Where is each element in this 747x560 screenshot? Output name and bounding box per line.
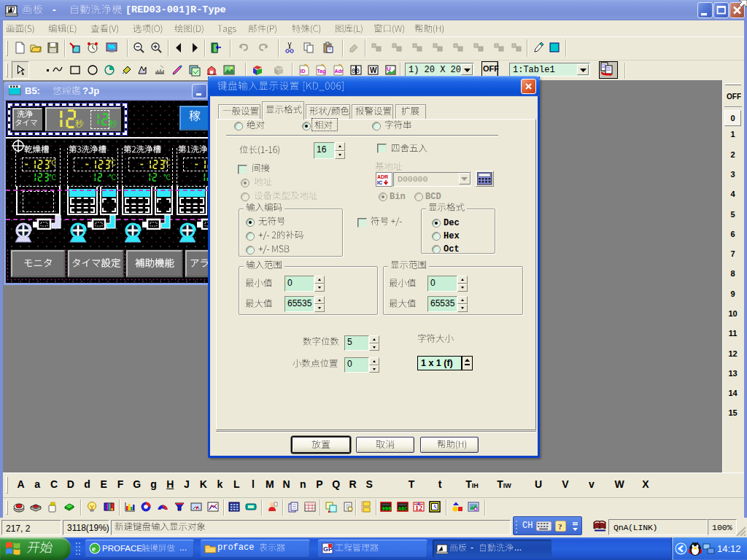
svg-text:00: 00 [352, 68, 360, 75]
svg-text:ABC: ABC [398, 506, 408, 512]
svg-text:IC: IC [377, 180, 382, 185]
svg-text:U: U [387, 66, 391, 72]
svg-text:Tag: Tag [317, 69, 326, 74]
svg-text:ID: ID [301, 69, 306, 74]
svg-text:e: e [92, 544, 96, 553]
svg-text:999: 999 [382, 506, 392, 512]
svg-text:?: ? [558, 522, 562, 531]
svg-text:ADR: ADR [377, 174, 388, 179]
svg-text:Adr: Adr [335, 69, 344, 74]
svg-text:W: W [370, 66, 377, 74]
